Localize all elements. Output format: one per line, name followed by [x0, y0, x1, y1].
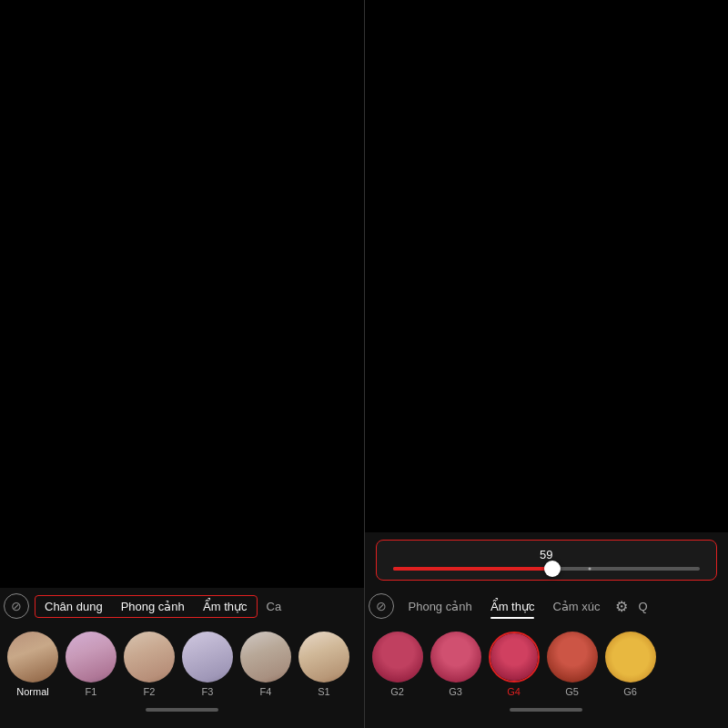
filter-g4[interactable]: G4 [489, 632, 540, 697]
filter-thumb-g2 [372, 632, 423, 682]
left-camera-area [0, 0, 364, 588]
filter-label-s1: S1 [318, 686, 329, 697]
tab-am-thuc-left[interactable]: Ẩm thực [194, 596, 257, 617]
right-filter-row: G2 G3 G4 G5 [365, 624, 729, 701]
filter-g3[interactable]: G3 [430, 632, 481, 697]
right-panel: 59 ⊘ Phong cảnh Ẩm thực Cảm xúc ⚙ Q [365, 0, 729, 728]
filter-f4[interactable]: F4 [240, 632, 291, 697]
filter-label-f3: F3 [202, 686, 214, 697]
filter-thumb-f1 [66, 632, 116, 682]
filter-label-g5: G5 [565, 686, 579, 697]
tab-am-thuc-right[interactable]: Ẩm thực [481, 596, 544, 617]
filter-thumb-g4 [489, 632, 540, 682]
right-no-filter-icon: ⊘ [376, 600, 387, 612]
left-tab-box: Chân dung Phong cảnh Ẩm thực [35, 595, 258, 618]
left-bottom-ui: ⊘ Chân dung Phong cảnh Ẩm thực Ca Normal [0, 588, 364, 728]
filter-label-g3: G3 [449, 686, 462, 697]
q-button[interactable]: Q [633, 600, 653, 613]
filter-g2[interactable]: G2 [372, 632, 423, 697]
filter-g6[interactable]: G6 [605, 632, 656, 697]
no-filter-button[interactable]: ⊘ [4, 593, 29, 619]
filter-thumb-g5 [547, 632, 598, 682]
filter-g5[interactable]: G5 [547, 632, 598, 697]
filter-normal[interactable]: Normal [7, 632, 58, 697]
filter-thumb-g6 [605, 632, 656, 682]
filter-label-f4: F4 [260, 686, 272, 697]
right-home-indicator [365, 701, 729, 719]
tab-cam-xuc[interactable]: Cảm xúc [543, 596, 609, 617]
right-bottom-ui: 59 ⊘ Phong cảnh Ẩm thực Cảm xúc ⚙ Q [365, 532, 729, 728]
tab-chan-dung[interactable]: Chân dung [35, 596, 112, 617]
filter-label-f1: F1 [86, 686, 97, 697]
left-home-indicator [0, 701, 364, 719]
settings-button[interactable]: ⚙ [610, 598, 633, 615]
filter-f1[interactable]: F1 [66, 632, 116, 697]
filter-thumb-g3 [430, 632, 481, 682]
slider-value: 59 [389, 548, 704, 561]
filter-label-g4: G4 [507, 686, 521, 697]
tab-ca[interactable]: Ca [258, 596, 291, 617]
left-filter-row: Normal F1 F2 F3 [0, 624, 364, 701]
right-filter-tabs: ⊘ Phong cảnh Ẩm thực Cảm xúc ⚙ Q [365, 588, 729, 624]
right-camera-area [365, 0, 729, 532]
slider-tick [588, 568, 591, 571]
intensity-slider-container: 59 [376, 540, 718, 581]
filter-thumb-normal [7, 632, 58, 682]
filter-thumb-f2 [124, 632, 175, 682]
filter-thumb-f3 [182, 632, 233, 682]
right-no-filter-button[interactable]: ⊘ [369, 593, 394, 619]
left-home-bar [146, 708, 218, 712]
slider-thumb[interactable] [544, 561, 561, 577]
tab-phong-canh-left[interactable]: Phong cảnh [112, 596, 194, 617]
no-filter-icon: ⊘ [11, 600, 22, 612]
filter-s1[interactable]: S1 [298, 632, 349, 697]
filter-label-g6: G6 [623, 686, 637, 697]
left-panel: ⊘ Chân dung Phong cảnh Ẩm thực Ca Normal [0, 0, 364, 728]
filter-label-g2: G2 [390, 686, 404, 697]
slider-track[interactable] [393, 567, 701, 571]
slider-fill [393, 567, 553, 571]
filter-thumb-f4 [240, 632, 291, 682]
filter-f2[interactable]: F2 [124, 632, 175, 697]
filter-thumb-s1 [298, 632, 349, 682]
filter-label-f2: F2 [144, 686, 156, 697]
right-home-bar [510, 708, 582, 712]
filter-f3[interactable]: F3 [182, 632, 233, 697]
left-filter-tabs: ⊘ Chân dung Phong cảnh Ẩm thực Ca [0, 588, 364, 624]
filter-label-normal: Normal [16, 686, 48, 697]
tab-phong-canh-right[interactable]: Phong cảnh [399, 596, 481, 617]
